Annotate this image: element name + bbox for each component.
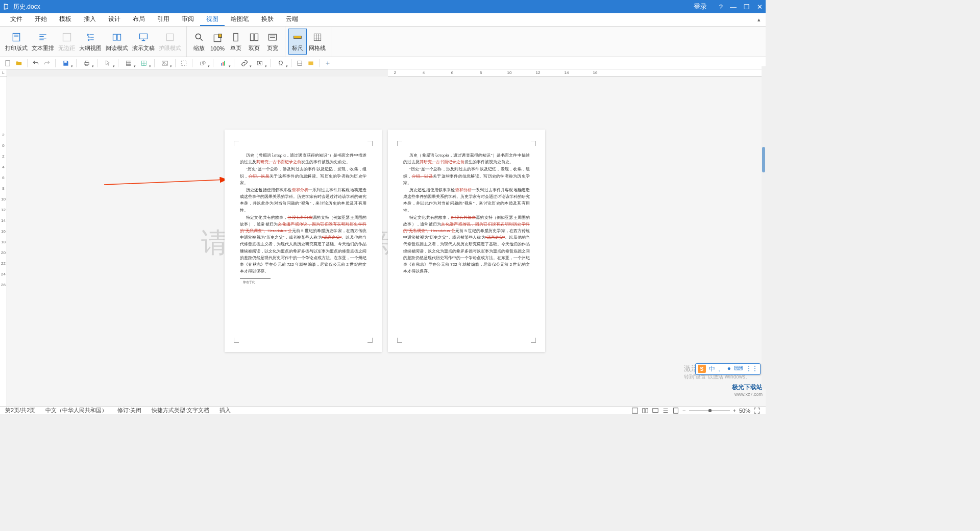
document-page-2[interactable]: 历史（希腊语 ἱστορία，通过调查获得的知识"）是书面文件中描述的过去及其研… bbox=[388, 130, 545, 352]
ribbon-打印版式[interactable]: 打印版式 bbox=[3, 29, 30, 55]
ime-punct[interactable]: 、 bbox=[718, 365, 724, 373]
cursor-icon[interactable] bbox=[101, 59, 114, 68]
chart-icon[interactable] bbox=[217, 59, 230, 68]
svg-line-19 bbox=[201, 39, 203, 41]
menubar: 文件开始模板插入设计布局引用审阅视图绘图笔换肤云端 ▴ bbox=[0, 13, 766, 27]
ribbon-双页[interactable]: 双页 bbox=[245, 29, 263, 55]
paragraph[interactable]: 历史还包括使用叙事来检查和分析一系列过去事件并客观地确定造成这些事件的因果关系的… bbox=[240, 187, 366, 214]
help-button[interactable]: ? bbox=[719, 3, 723, 11]
ribbon-标尺[interactable]: 标尺 bbox=[288, 29, 307, 55]
login-link[interactable]: 登录 bbox=[694, 2, 707, 11]
picture-icon[interactable] bbox=[158, 59, 172, 68]
menu-云端[interactable]: 云端 bbox=[280, 13, 304, 26]
highlight-icon[interactable] bbox=[306, 59, 315, 68]
svg-rect-0 bbox=[13, 34, 19, 41]
paragraph[interactable]: "历史"是一个总称，涉及到过去的事件以及记忆，发现，收集，组织，介绍、以及关于这… bbox=[403, 166, 530, 186]
view-print-icon[interactable] bbox=[631, 407, 639, 414]
table-icon[interactable] bbox=[122, 59, 135, 68]
menu-设计[interactable]: 设计 bbox=[102, 13, 127, 26]
vertical-ruler[interactable]: 202468101214161820222426 bbox=[0, 77, 7, 406]
menu-插入[interactable]: 插入 bbox=[78, 13, 102, 26]
menu-布局[interactable]: 布局 bbox=[127, 13, 151, 26]
单页-icon bbox=[230, 31, 242, 43]
svg-rect-49 bbox=[181, 61, 186, 65]
status-page-count[interactable]: 第2页/共2页 bbox=[5, 407, 35, 414]
collapse-ribbon-icon[interactable]: ▴ bbox=[757, 16, 761, 23]
view-read-icon[interactable] bbox=[642, 407, 649, 414]
status-insert-mode[interactable]: 插入 bbox=[219, 407, 231, 414]
undo-icon[interactable] bbox=[31, 59, 40, 68]
zoom-out-button[interactable]: − bbox=[682, 408, 685, 414]
ribbon-100%[interactable]: 100% bbox=[208, 29, 227, 55]
ime-keyboard-icon[interactable]: ⌨ bbox=[734, 365, 743, 373]
document-canvas[interactable]: 请更新最新版本 历史（希腊语 ἱστορία，通过调查获得的知识"）是书面文件中… bbox=[7, 77, 766, 406]
paragraph[interactable]: "历史"是一个总称，涉及到过去的事件以及记忆，发现，收集，组织，介绍、以及关于这… bbox=[240, 166, 366, 186]
ime-logo-icon[interactable]: S bbox=[698, 365, 706, 373]
ribbon-单页[interactable]: 单页 bbox=[227, 29, 245, 55]
ribbon-缩放[interactable]: 缩放 bbox=[190, 29, 208, 55]
view-web-icon[interactable] bbox=[652, 407, 659, 414]
ribbon-group-show: 标尺网格线 bbox=[285, 27, 331, 57]
view-draft-icon[interactable] bbox=[672, 407, 679, 414]
vertical-scrollbar[interactable] bbox=[762, 66, 766, 389]
paragraph[interactable]: 特定文化共有的故事，但没有外部来源的支持（例如亚瑟王周围的故事），通常被归为文化… bbox=[240, 214, 366, 275]
link-icon[interactable] bbox=[238, 59, 251, 68]
zoom-level[interactable]: 50% bbox=[739, 408, 750, 414]
menu-视图[interactable]: 视图 bbox=[200, 13, 225, 26]
menu-模板[interactable]: 模板 bbox=[53, 13, 78, 26]
document-page-1[interactable]: 历史（希腊语 ἱστορία，通过调查获得的知识"）是书面文件中描述的过去及其研… bbox=[225, 130, 382, 352]
paragraph[interactable]: 历史（希腊语 ἱστορία，通过调查获得的知识"）是书面文件中描述的过去及其研… bbox=[240, 152, 366, 165]
ribbon-网格线[interactable]: 网格线 bbox=[307, 29, 328, 55]
save-icon[interactable] bbox=[59, 59, 72, 68]
svg-rect-65 bbox=[653, 408, 658, 412]
more-icon[interactable] bbox=[323, 59, 332, 68]
redo-icon[interactable] bbox=[42, 59, 52, 68]
ime-voice-icon[interactable]: ● bbox=[727, 365, 731, 373]
ribbon-阅读模式[interactable]: 阅读模式 bbox=[104, 29, 130, 55]
status-track-changes[interactable]: 修订:关闭 bbox=[117, 407, 141, 414]
menu-换肤[interactable]: 换肤 bbox=[255, 13, 280, 26]
zoom-slider[interactable] bbox=[689, 410, 730, 411]
paragraph[interactable]: 特定文化共有的故事，但没有外部来源的支持（例如亚瑟王周围的故事），通常被归为文化… bbox=[403, 214, 530, 275]
svg-rect-22 bbox=[234, 34, 238, 41]
fullscreen-icon[interactable] bbox=[753, 407, 761, 414]
svg-rect-34 bbox=[6, 60, 10, 66]
titlebar: 历史.docx 登录 ? — ❐ ✕ bbox=[0, 0, 766, 13]
svg-point-10 bbox=[88, 37, 89, 38]
svg-rect-14 bbox=[140, 34, 148, 39]
screenshot-icon[interactable] bbox=[179, 59, 188, 68]
print-icon[interactable] bbox=[80, 59, 93, 68]
menu-审阅[interactable]: 审阅 bbox=[176, 13, 200, 26]
restore-button[interactable]: ❐ bbox=[744, 3, 750, 11]
ribbon-演示文稿[interactable]: 演示文稿 bbox=[130, 29, 157, 55]
ruler-corner: L bbox=[0, 69, 7, 77]
menu-绘图笔[interactable]: 绘图笔 bbox=[225, 13, 255, 26]
open-icon[interactable] bbox=[14, 59, 23, 68]
status-language[interactable]: 中文（中华人民共和国） bbox=[45, 407, 107, 414]
shape-icon[interactable] bbox=[196, 59, 209, 68]
ribbon-文本重排[interactable]: 文本重排 bbox=[30, 29, 56, 55]
paragraph[interactable]: 历史（希腊语 ἱστορία，通过调查获得的知识"）是书面文件中描述的过去及其研… bbox=[403, 152, 530, 165]
scrollbar-thumb[interactable] bbox=[762, 147, 765, 172]
status-shortcut-type[interactable]: 快捷方式类型:文字文档 bbox=[152, 407, 209, 414]
ribbon-大纲视图[interactable]: 大纲视图 bbox=[77, 29, 104, 55]
spreadsheet-icon[interactable] bbox=[137, 59, 151, 68]
equation-icon[interactable]: Ω bbox=[274, 59, 287, 68]
minimize-button[interactable]: — bbox=[730, 3, 737, 11]
close-button[interactable]: ✕ bbox=[757, 3, 763, 11]
new-doc-icon[interactable] bbox=[3, 59, 12, 68]
ribbon-页宽[interactable]: 页宽 bbox=[263, 29, 282, 55]
section-icon[interactable] bbox=[295, 59, 304, 68]
menu-文件[interactable]: 文件 bbox=[4, 13, 29, 26]
horizontal-ruler[interactable]: 246810121416 bbox=[388, 69, 766, 77]
paragraph[interactable]: 历史还包括使用叙事来检查和分析一系列过去事件并客观地确定造成这些事件的因果关系的… bbox=[403, 187, 530, 214]
textbox-icon[interactable]: A bbox=[253, 59, 266, 68]
zoom-in-button[interactable]: + bbox=[733, 408, 736, 414]
menu-引用[interactable]: 引用 bbox=[151, 13, 176, 26]
ime-toolbar[interactable]: S 中 、 ● ⌨ ⋮⋮ bbox=[695, 363, 761, 375]
ime-menu-icon[interactable]: ⋮⋮ bbox=[746, 365, 758, 373]
menu-开始[interactable]: 开始 bbox=[29, 13, 53, 26]
ime-lang[interactable]: 中 bbox=[709, 365, 715, 373]
svg-rect-24 bbox=[255, 34, 258, 40]
view-outline-icon[interactable] bbox=[662, 407, 669, 414]
